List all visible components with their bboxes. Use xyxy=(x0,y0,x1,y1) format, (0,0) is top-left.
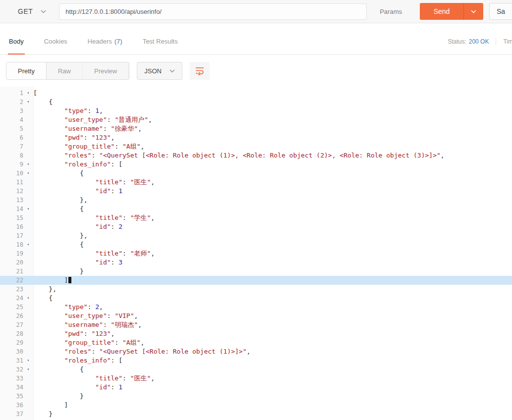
code-line[interactable]: 11 "title": "医生", xyxy=(0,178,512,187)
code-text: "user_type": "VIP", xyxy=(33,312,138,320)
code-line[interactable]: 26 "user_type": "VIP", xyxy=(0,312,512,320)
code-line[interactable]: 3 "type": 1, xyxy=(0,106,512,115)
send-options-button[interactable] xyxy=(463,3,483,20)
fold-arrow-icon[interactable]: ▾ xyxy=(23,356,33,365)
code-line[interactable]: 16 "id": 2 xyxy=(0,222,512,231)
fold-arrow-icon[interactable]: ▾ xyxy=(23,205,33,213)
fold-arrow-icon[interactable]: ▾ xyxy=(23,294,33,303)
code-line[interactable]: 36 ] xyxy=(0,401,512,410)
code-line[interactable]: 31▾ "roles_info": [ xyxy=(0,356,512,365)
code-line[interactable]: 10▾ { xyxy=(0,169,512,178)
tab-headers[interactable]: Headers(7) xyxy=(87,38,123,54)
fold-arrow-icon[interactable]: ▾ xyxy=(23,169,33,178)
tab-test-results[interactable]: Test Results xyxy=(142,38,179,54)
line-number: 27 xyxy=(0,320,23,329)
code-text: "roles_info": [ xyxy=(33,160,122,169)
fold-gutter xyxy=(23,410,33,419)
code-line[interactable]: 17 }, xyxy=(0,231,512,240)
line-number: 7 xyxy=(0,142,23,151)
code-line[interactable]: 32▾ { xyxy=(0,365,512,374)
code-line[interactable]: 13 }, xyxy=(0,196,512,205)
code-text: "id": 3 xyxy=(33,258,122,267)
status-value: 200 OK xyxy=(469,38,489,45)
code-text: } xyxy=(33,410,53,419)
fold-arrow-icon[interactable]: ▾ xyxy=(23,365,33,374)
line-number: 29 xyxy=(0,338,23,347)
code-line[interactable]: 12 "id": 1 xyxy=(0,187,512,196)
line-number: 26 xyxy=(0,312,23,320)
code-line[interactable]: 8 "roles": "<QuerySet [<Role: Role objec… xyxy=(0,151,512,160)
code-line[interactable]: 18▾ { xyxy=(0,240,512,249)
wrap-text-button[interactable] xyxy=(190,62,210,80)
method-dropdown[interactable]: GET xyxy=(0,0,59,23)
response-body-editor[interactable]: 1▾[2▾ {3 "type": 1,4 "user_type": "普通用户"… xyxy=(0,87,512,420)
view-mode-preview[interactable]: Preview xyxy=(83,62,129,79)
tab-body[interactable]: Body xyxy=(8,38,25,54)
fold-gutter xyxy=(23,267,33,276)
fold-gutter xyxy=(23,392,33,401)
status-label: Status: xyxy=(448,38,466,45)
params-button[interactable]: Params xyxy=(380,8,402,15)
line-number: 34 xyxy=(0,383,23,392)
code-text: [ xyxy=(33,89,37,98)
fold-arrow-icon[interactable]: ▾ xyxy=(23,160,33,169)
code-line[interactable]: 9▾ "roles_info": [ xyxy=(0,160,512,169)
code-line[interactable]: 37 } xyxy=(0,410,512,419)
line-number: 3 xyxy=(0,106,23,115)
line-number: 37 xyxy=(0,410,23,419)
code-text: } xyxy=(33,267,84,276)
code-text: "id": 1 xyxy=(33,187,122,196)
code-line[interactable]: 34 "id": 1 xyxy=(0,383,512,392)
code-line[interactable]: 24▾ { xyxy=(0,294,512,303)
code-line[interactable]: 23 }, xyxy=(0,285,512,294)
line-number: 15 xyxy=(0,213,23,222)
fold-gutter xyxy=(23,285,33,294)
request-bar: GET Params Send Sa xyxy=(0,0,512,23)
code-line[interactable]: 29 "group_title": "A组", xyxy=(0,338,512,347)
line-number: 19 xyxy=(0,249,23,258)
url-input[interactable] xyxy=(59,3,367,20)
code-line[interactable]: 4 "user_type": "普通用户", xyxy=(0,115,512,124)
code-line[interactable]: 22 ] xyxy=(0,276,512,285)
line-number: 6 xyxy=(0,133,23,142)
code-line[interactable]: 19 "title": "老师", xyxy=(0,249,512,258)
code-line[interactable]: 15 "title": "学生", xyxy=(0,213,512,222)
code-line[interactable]: 25 "type": 2, xyxy=(0,303,512,312)
line-number: 5 xyxy=(0,124,23,133)
fold-arrow-icon[interactable]: ▾ xyxy=(23,98,33,106)
code-line[interactable]: 27 "username": "明瑞杰", xyxy=(0,320,512,329)
code-line[interactable]: 1▾[ xyxy=(0,89,512,98)
code-line[interactable]: 14▾ { xyxy=(0,205,512,213)
fold-arrow-icon[interactable]: ▾ xyxy=(23,240,33,249)
code-text: "group_title": "A组", xyxy=(33,338,144,347)
language-dropdown[interactable]: JSON xyxy=(137,62,182,80)
line-number: 12 xyxy=(0,187,23,196)
code-line[interactable]: 30 "roles": "<QuerySet [<Role: Role obje… xyxy=(0,347,512,356)
code-text: }, xyxy=(33,196,88,205)
code-line[interactable]: 21 } xyxy=(0,267,512,276)
fold-gutter xyxy=(23,151,33,160)
code-line[interactable]: 5 "username": "徐豪华", xyxy=(0,124,512,133)
fold-gutter xyxy=(23,222,33,231)
code-text: "type": 2, xyxy=(33,303,103,312)
tab-cookies[interactable]: Cookies xyxy=(43,38,68,54)
view-mode-raw[interactable]: Raw xyxy=(47,62,83,79)
view-mode-pretty[interactable]: Pretty xyxy=(6,62,47,79)
fold-arrow-icon[interactable]: ▾ xyxy=(23,89,33,98)
code-line[interactable]: 35 } xyxy=(0,392,512,401)
fold-gutter xyxy=(23,312,33,320)
code-line[interactable]: 2▾ { xyxy=(0,98,512,106)
fold-gutter xyxy=(23,106,33,115)
fold-gutter xyxy=(23,320,33,329)
code-line[interactable]: 20 "id": 3 xyxy=(0,258,512,267)
code-line[interactable]: 28 "pwd": "123", xyxy=(0,329,512,338)
fold-gutter xyxy=(23,231,33,240)
code-line[interactable]: 33 "title": "医生", xyxy=(0,374,512,383)
send-button[interactable]: Send xyxy=(420,3,463,20)
code-line[interactable]: 6 "pwd": "123", xyxy=(0,133,512,142)
fold-gutter xyxy=(23,338,33,347)
save-button[interactable]: Sa xyxy=(489,3,512,20)
line-number: 30 xyxy=(0,347,23,356)
line-number: 32 xyxy=(0,365,23,374)
code-line[interactable]: 7 "group_title": "A组", xyxy=(0,142,512,151)
